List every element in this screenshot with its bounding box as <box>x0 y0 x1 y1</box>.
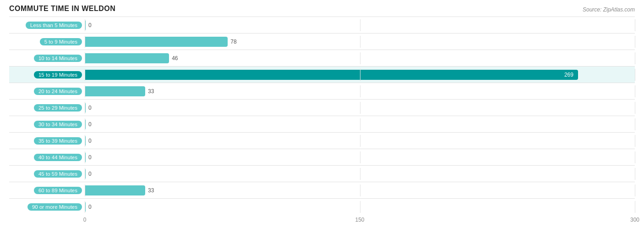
bar-fill <box>85 53 169 63</box>
bar-label: 5 to 9 Minutes <box>9 38 85 45</box>
bar-container: 33 <box>85 85 635 97</box>
bar-fill <box>85 185 145 195</box>
bar-value: 78 <box>230 39 236 45</box>
axis-label: 150 <box>355 217 364 223</box>
bar-value: 0 <box>88 204 92 210</box>
bar-label: 90 or more Minutes <box>9 203 85 211</box>
axis-labels: 0150300 <box>85 217 635 226</box>
bar-fill <box>85 202 86 212</box>
bar-container: 0 <box>85 151 635 163</box>
bar-value: 0 <box>88 154 92 161</box>
bar-container: 46 <box>85 52 635 64</box>
bar-container: 0 <box>85 135 635 147</box>
bar-row: 15 to 19 Minutes269 <box>9 66 635 83</box>
bar-label: 20 to 24 Minutes <box>9 88 85 95</box>
bar-fill <box>85 70 578 80</box>
bar-label-pill: 90 or more Minutes <box>27 203 82 211</box>
bar-label: 35 to 39 Minutes <box>9 137 85 145</box>
axis-row: 0150300 <box>9 217 635 226</box>
chart-area: Less than 5 Minutes05 to 9 Minutes7810 t… <box>9 17 635 226</box>
axis-label: 0 <box>83 217 87 223</box>
bar-fill <box>85 119 86 129</box>
bar-fill <box>85 152 86 162</box>
bar-row: 10 to 14 Minutes46 <box>9 50 635 66</box>
bar-value: 33 <box>148 88 154 95</box>
bar-container: 78 <box>85 36 635 48</box>
bar-fill <box>85 136 86 146</box>
bar-value: 0 <box>88 22 92 28</box>
bar-label-pill: 20 to 24 Minutes <box>34 88 82 95</box>
bar-container: 0 <box>85 19 635 31</box>
bar-label-pill: 30 to 34 Minutes <box>34 121 82 128</box>
bar-value: 0 <box>88 105 92 111</box>
bar-row: 45 to 59 Minutes0 <box>9 165 635 182</box>
bar-label: Less than 5 Minutes <box>9 22 85 29</box>
bar-label-pill: 45 to 59 Minutes <box>34 170 82 178</box>
bar-label-pill: 25 to 29 Minutes <box>34 104 82 112</box>
bar-container: 0 <box>85 102 635 114</box>
bar-label: 15 to 19 Minutes <box>9 71 85 78</box>
bar-label-pill: 35 to 39 Minutes <box>34 137 82 145</box>
bar-row: Less than 5 Minutes0 <box>9 17 635 33</box>
bar-value: 46 <box>172 55 178 61</box>
bar-container: 0 <box>85 168 635 180</box>
bar-label-pill: 40 to 44 Minutes <box>34 154 82 161</box>
bar-label-pill: 10 to 14 Minutes <box>34 55 82 62</box>
bar-value: 0 <box>88 171 92 177</box>
bar-label-pill: 5 to 9 Minutes <box>40 38 82 45</box>
bar-row: 35 to 39 Minutes0 <box>9 132 635 149</box>
bar-row: 90 or more Minutes0 <box>9 198 635 215</box>
bar-row: 5 to 9 Minutes78 <box>9 33 635 50</box>
bar-label: 60 to 89 Minutes <box>9 187 85 194</box>
bar-row: 40 to 44 Minutes0 <box>9 149 635 165</box>
bar-value: 33 <box>148 187 154 194</box>
bar-label-pill: Less than 5 Minutes <box>26 22 82 29</box>
bar-fill <box>85 20 86 30</box>
bar-container: 0 <box>85 201 635 213</box>
axis-label: 300 <box>630 217 639 223</box>
bar-label: 40 to 44 Minutes <box>9 154 85 161</box>
bar-container: 33 <box>85 184 635 196</box>
bar-row: 25 to 29 Minutes0 <box>9 99 635 116</box>
bar-fill <box>85 103 86 113</box>
bar-value: 0 <box>88 121 92 128</box>
bar-row: 20 to 24 Minutes33 <box>9 83 635 99</box>
bar-label-pill: 60 to 89 Minutes <box>34 187 82 194</box>
bar-row: 60 to 89 Minutes33 <box>9 182 635 198</box>
bar-container: 269 <box>85 69 635 81</box>
bar-label: 25 to 29 Minutes <box>9 104 85 112</box>
bar-label: 30 to 34 Minutes <box>9 121 85 128</box>
bar-value: 269 <box>564 72 573 78</box>
source-label: Source: ZipAtlas.com <box>583 6 635 13</box>
bar-row: 30 to 34 Minutes0 <box>9 116 635 132</box>
bar-value: 0 <box>88 138 92 144</box>
bar-fill <box>85 86 145 96</box>
bar-container: 0 <box>85 118 635 130</box>
bar-fill <box>85 169 86 179</box>
bar-fill <box>85 37 228 47</box>
bar-label: 10 to 14 Minutes <box>9 55 85 62</box>
bar-label: 45 to 59 Minutes <box>9 170 85 178</box>
bar-label-pill: 15 to 19 Minutes <box>34 71 82 78</box>
chart-title: COMMUTE TIME IN WELDON <box>9 5 115 13</box>
